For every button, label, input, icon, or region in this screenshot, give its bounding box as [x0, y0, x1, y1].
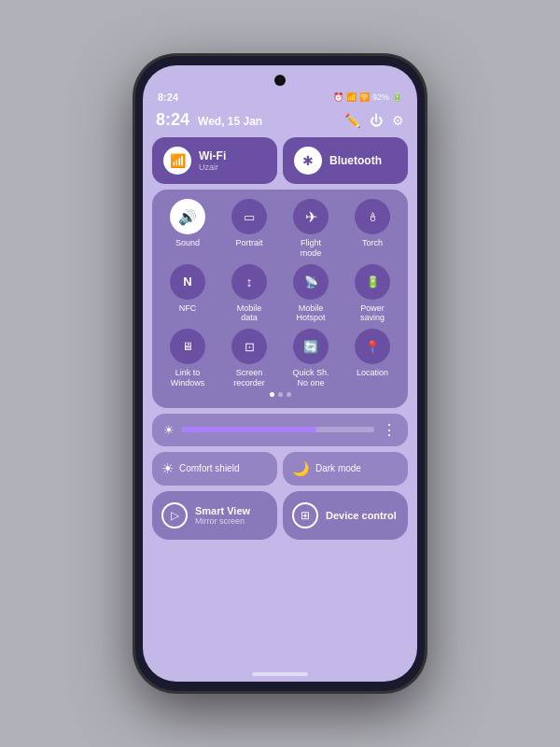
signal-icon: 📶 — [346, 92, 357, 102]
dot-1 — [270, 392, 274, 397]
device-control-tile[interactable]: ⊞ Device control — [283, 491, 408, 540]
bluetooth-title: Bluetooth — [329, 154, 382, 167]
link-windows-icon: 🖥 — [170, 329, 205, 364]
smart-view-icon: ▷ — [161, 502, 188, 529]
link-windows-label: Link toWindows — [171, 368, 205, 388]
device-control-icon: ⊞ — [292, 502, 318, 529]
smart-view-tile[interactable]: ▷ Smart View Mirror screen — [152, 491, 277, 540]
edit-icon[interactable]: ✏️ — [344, 113, 360, 128]
portrait-label: Portrait — [235, 238, 262, 248]
alarm-icon: ⏰ — [333, 92, 343, 102]
brightness-menu-icon[interactable]: ⋮ — [382, 421, 397, 439]
power-saving-tile[interactable]: 🔋 Powersaving — [344, 264, 400, 324]
torch-tile[interactable]: 🕯 Torch — [344, 199, 400, 259]
portrait-tile[interactable]: ▭ Portrait — [221, 199, 277, 259]
device-control-text: Device control — [326, 510, 397, 521]
dot-3 — [287, 392, 291, 397]
header-actions: ✏️ ⏻ ⚙ — [344, 113, 404, 128]
power-saving-label: Powersaving — [360, 303, 385, 324]
brightness-row: ☀ ⋮ — [152, 414, 408, 446]
header-time: 8:24 — [156, 110, 189, 129]
mobile-data-label: Mobiledata — [237, 303, 262, 324]
battery-icon: 🔋 — [392, 92, 402, 102]
status-bar: 8:24 ⏰ 📶 🛜 92% 🔋 — [143, 90, 417, 106]
dark-mode-tile[interactable]: 🌙 Dark mode — [283, 452, 408, 486]
small-tiles-grid: 🔊 Sound ▭ Portrait ✈ Flightmode 🕯 Torch — [160, 199, 400, 388]
quick-share-tile[interactable]: 🔄 Quick Sh.No one — [283, 329, 339, 388]
smart-view-text: Smart View Mirror screen — [195, 505, 250, 526]
flight-mode-icon: ✈ — [293, 199, 329, 234]
wifi-status-icon: 🛜 — [359, 92, 370, 102]
wifi-subtitle: Uzair — [199, 162, 226, 172]
header-date: Wed, 15 Jan — [198, 115, 262, 128]
comfort-shield-icon: ☀ — [161, 460, 174, 477]
portrait-icon: ▭ — [231, 199, 267, 234]
sound-icon: 🔊 — [170, 199, 205, 234]
bluetooth-tile[interactable]: ✱ Bluetooth — [283, 137, 408, 184]
sound-label: Sound — [175, 238, 200, 248]
comfort-shield-label: Comfort shield — [179, 463, 239, 473]
torch-icon: 🕯 — [355, 199, 390, 234]
bottom-tiles: ▷ Smart View Mirror screen ⊞ Device cont… — [152, 491, 408, 540]
camera-notch — [274, 75, 286, 86]
wifi-title: Wi-Fi — [199, 149, 226, 162]
bluetooth-tile-text: Bluetooth — [329, 154, 382, 167]
status-time: 8:24 — [158, 92, 178, 103]
brightness-icon: ☀ — [163, 423, 175, 437]
smart-view-subtitle: Mirror screen — [195, 516, 250, 526]
location-tile[interactable]: 📍 Location — [344, 329, 400, 388]
dark-mode-icon: 🌙 — [292, 460, 310, 477]
header-row: 8:24 Wed, 15 Jan ✏️ ⏻ ⚙ — [143, 106, 417, 137]
status-icons: ⏰ 📶 🛜 92% 🔋 — [333, 92, 402, 102]
hotspot-tile[interactable]: 📡 MobileHotspot — [283, 264, 339, 324]
quick-share-icon: 🔄 — [293, 329, 329, 364]
bluetooth-tile-icon: ✱ — [294, 147, 322, 175]
phone-frame: 8:24 ⏰ 📶 🛜 92% 🔋 8:24 Wed, 15 Jan ✏️ ⏻ ⚙ — [135, 56, 425, 691]
nfc-icon: N — [170, 264, 205, 300]
toggle-row: ☀ Comfort shield 🌙 Dark mode — [152, 452, 408, 486]
wifi-tile-icon: 📶 — [163, 147, 191, 175]
mobile-data-tile[interactable]: ↕ Mobiledata — [221, 264, 277, 324]
small-tiles-container: 🔊 Sound ▭ Portrait ✈ Flightmode 🕯 Torch — [152, 190, 408, 408]
device-control-title: Device control — [326, 510, 397, 521]
flight-mode-label: Flightmode — [301, 238, 322, 259]
flight-mode-tile[interactable]: ✈ Flightmode — [283, 199, 339, 259]
quick-settings: 📶 Wi-Fi Uzair ✱ Bluetooth — [143, 137, 417, 669]
wifi-tile[interactable]: 📶 Wi-Fi Uzair — [152, 137, 277, 184]
link-windows-tile[interactable]: 🖥 Link toWindows — [160, 329, 216, 388]
brightness-track[interactable] — [182, 427, 374, 432]
dot-2 — [278, 392, 283, 397]
nfc-label: NFC — [179, 303, 197, 314]
screen-recorder-tile[interactable]: ⊡ Screenrecorder — [221, 329, 277, 388]
comfort-shield-tile[interactable]: ☀ Comfort shield — [152, 452, 277, 486]
battery-text: 92% — [372, 92, 389, 102]
settings-icon[interactable]: ⚙ — [392, 113, 404, 128]
home-bar — [252, 672, 308, 676]
nfc-tile[interactable]: N NFC — [160, 264, 216, 324]
phone-screen: 8:24 ⏰ 📶 🛜 92% 🔋 8:24 Wed, 15 Jan ✏️ ⏻ ⚙ — [143, 65, 417, 682]
top-tiles: 📶 Wi-Fi Uzair ✱ Bluetooth — [152, 137, 408, 184]
hotspot-label: MobileHotspot — [296, 303, 325, 324]
dots-indicator — [160, 392, 400, 397]
wifi-tile-text: Wi-Fi Uzair — [199, 149, 226, 172]
location-icon: 📍 — [355, 329, 390, 364]
screen-recorder-icon: ⊡ — [231, 329, 267, 364]
hotspot-icon: 📡 — [293, 264, 329, 300]
mobile-data-icon: ↕ — [231, 264, 267, 300]
power-saving-icon: 🔋 — [355, 264, 390, 300]
quick-share-label: Quick Sh.No one — [292, 368, 329, 388]
smart-view-title: Smart View — [195, 505, 250, 516]
sound-tile[interactable]: 🔊 Sound — [160, 199, 216, 259]
brightness-fill — [182, 427, 316, 432]
power-icon[interactable]: ⏻ — [370, 113, 383, 128]
location-label: Location — [357, 368, 388, 378]
torch-label: Torch — [362, 238, 383, 248]
header-datetime: 8:24 Wed, 15 Jan — [156, 110, 262, 130]
dark-mode-label: Dark mode — [315, 463, 361, 473]
screen-recorder-label: Screenrecorder — [233, 368, 265, 388]
